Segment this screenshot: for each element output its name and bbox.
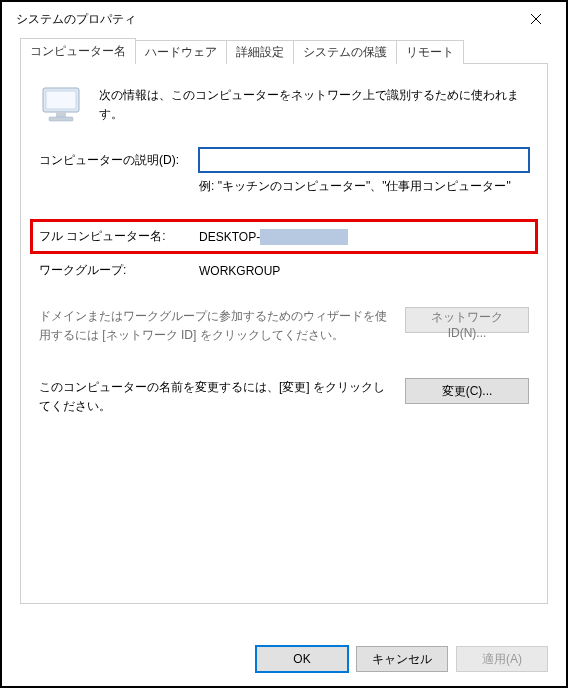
- close-icon: [530, 13, 542, 25]
- network-id-button: ネットワーク ID(N)...: [405, 307, 529, 333]
- tab-remote[interactable]: リモート: [396, 40, 464, 64]
- svg-rect-5: [49, 117, 73, 121]
- full-computer-name-prefix: DESKTOP-: [199, 230, 260, 244]
- tab-label: ハードウェア: [145, 45, 217, 59]
- apply-button: 適用(A): [456, 646, 548, 672]
- workgroup-value: WORKGROUP: [199, 264, 280, 278]
- svg-rect-3: [46, 91, 76, 109]
- titlebar: システムのプロパティ: [2, 2, 566, 36]
- network-id-text: ドメインまたはワークグループに参加するためのウィザードを使用するには [ネットワ…: [39, 307, 393, 344]
- change-name-section: このコンピューターの名前を変更するには、[変更] をクリックしてください。 変更…: [39, 378, 529, 415]
- full-computer-name-redacted: [260, 229, 348, 245]
- cancel-button[interactable]: キャンセル: [356, 646, 448, 672]
- full-computer-name-highlight: フル コンピューター名: DESKTOP-: [30, 219, 538, 254]
- full-computer-name-row: フル コンピューター名: DESKTOP-: [39, 228, 529, 245]
- tab-advanced[interactable]: 詳細設定: [226, 40, 294, 64]
- system-properties-window: システムのプロパティ コンピューター名 ハードウェア 詳細設定 システムの保護: [0, 0, 568, 688]
- ok-button[interactable]: OK: [256, 646, 348, 672]
- workgroup-label: ワークグループ:: [39, 262, 199, 279]
- tab-hardware[interactable]: ハードウェア: [135, 40, 227, 64]
- tab-computer-name[interactable]: コンピューター名: [20, 38, 136, 64]
- description-example: 例: "キッチンのコンピューター"、"仕事用コンピューター": [199, 178, 529, 195]
- description-input[interactable]: [199, 148, 529, 172]
- tab-panel-computer-name: 次の情報は、このコンピューターをネットワーク上で識別するために使われます。 コン…: [20, 64, 548, 604]
- close-button[interactable]: [516, 5, 556, 33]
- tab-label: リモート: [406, 45, 454, 59]
- window-title: システムのプロパティ: [16, 11, 516, 28]
- network-id-section: ドメインまたはワークグループに参加するためのウィザードを使用するには [ネットワ…: [39, 307, 529, 344]
- workgroup-row: ワークグループ: WORKGROUP: [39, 262, 529, 279]
- intro-row: 次の情報は、このコンピューターをネットワーク上で識別するために使われます。: [39, 86, 529, 126]
- tab-strip: コンピューター名 ハードウェア 詳細設定 システムの保護 リモート: [20, 40, 548, 64]
- tab-system-protection[interactable]: システムの保護: [293, 40, 397, 64]
- full-computer-name-label: フル コンピューター名:: [39, 228, 199, 245]
- svg-rect-4: [56, 112, 66, 117]
- content-area: コンピューター名 ハードウェア 詳細設定 システムの保護 リモート: [2, 36, 566, 616]
- description-row: コンピューターの説明(D):: [39, 148, 529, 172]
- computer-icon: [39, 86, 83, 126]
- change-name-text: このコンピューターの名前を変更するには、[変更] をクリックしてください。: [39, 378, 393, 415]
- tab-label: 詳細設定: [236, 45, 284, 59]
- change-button[interactable]: 変更(C)...: [405, 378, 529, 404]
- description-label: コンピューターの説明(D):: [39, 152, 199, 169]
- full-computer-name-value: DESKTOP-: [199, 229, 348, 245]
- tab-label: コンピューター名: [30, 44, 126, 58]
- dialog-footer: OK キャンセル 適用(A): [256, 646, 548, 672]
- tab-label: システムの保護: [303, 45, 387, 59]
- intro-text: 次の情報は、このコンピューターをネットワーク上で識別するために使われます。: [99, 86, 529, 124]
